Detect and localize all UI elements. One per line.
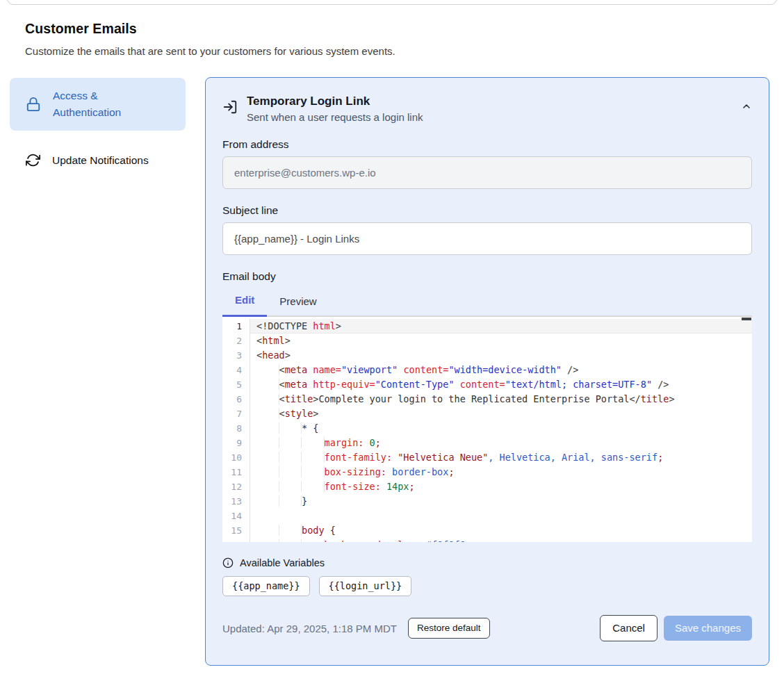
sidebar-item-label: Update Notifications xyxy=(52,154,149,167)
available-variables-label: Available Variables xyxy=(240,557,325,568)
chevron-up-icon xyxy=(741,101,752,112)
line-number: 4 xyxy=(222,363,250,377)
line-number: 3 xyxy=(222,348,250,363)
panel-header-text: Temporary Login Link Sent when a user re… xyxy=(247,95,423,123)
line-number: 7 xyxy=(222,407,250,421)
line-number: 8 xyxy=(222,421,250,436)
line-number: 13 xyxy=(222,494,250,509)
code-line[interactable]: 14 xyxy=(222,509,752,523)
code-line-content: <html> xyxy=(250,334,752,348)
code-line-content: <style> xyxy=(250,407,752,421)
code-line-content: } xyxy=(250,494,752,509)
sidebar: Access & Authentication Update Notificat… xyxy=(10,78,186,177)
code-line-content: <title>Complete your login to the Replic… xyxy=(250,392,752,407)
code-line[interactable]: 4 <meta name="viewport" content="width=d… xyxy=(222,363,752,377)
template-title: Temporary Login Link xyxy=(247,95,423,108)
code-line[interactable]: 7 <style> xyxy=(222,407,752,421)
code-line-content: margin: 0; xyxy=(250,436,752,450)
editor-scrollbar-thumb[interactable] xyxy=(742,318,751,320)
editor-tabs: Edit Preview xyxy=(222,290,752,317)
refresh-icon xyxy=(26,153,40,167)
line-number: 16 xyxy=(222,538,250,542)
sidebar-item-label: Access & Authentication xyxy=(53,88,145,121)
line-number: 15 xyxy=(222,523,250,538)
variable-chip[interactable]: {{login_url}} xyxy=(319,576,412,596)
code-line[interactable]: 6 <title>Complete your login to the Repl… xyxy=(222,392,752,407)
line-number: 10 xyxy=(222,450,250,465)
panel-footer: Updated: Apr 29, 2025, 1:18 PM MDT Resto… xyxy=(222,615,752,641)
line-number: 1 xyxy=(222,319,250,334)
code-line-content: <meta http-equiv="Content-Type" content=… xyxy=(250,377,752,392)
save-changes-button[interactable]: Save changes xyxy=(664,616,752,641)
page-header: Customer Emails Customize the emails tha… xyxy=(25,21,581,57)
collapse-button[interactable] xyxy=(741,100,752,114)
lock-icon xyxy=(26,97,41,112)
template-subtitle: Sent when a user requests a login link xyxy=(247,111,423,123)
variable-chips: {{app_name}}{{login_url}} xyxy=(222,576,752,596)
code-line[interactable]: 9 margin: 0; xyxy=(222,436,752,450)
variable-chip[interactable]: {{app_name}} xyxy=(222,576,310,596)
email-body-label: Email body xyxy=(222,270,752,283)
info-icon xyxy=(222,557,234,568)
line-number: 5 xyxy=(222,377,250,392)
line-number: 12 xyxy=(222,479,250,494)
available-variables-row: Available Variables xyxy=(222,557,752,568)
line-number: 6 xyxy=(222,392,250,407)
login-icon xyxy=(222,99,238,123)
code-line-content: font-family: "Helvetica Neue", Helvetica… xyxy=(250,450,752,465)
subject-line-input[interactable] xyxy=(222,222,752,255)
code-line-content xyxy=(250,509,752,523)
code-line[interactable]: 13 } xyxy=(222,494,752,509)
code-line[interactable]: 5 <meta http-equiv="Content-Type" conten… xyxy=(222,377,752,392)
code-editor[interactable]: 1<!DOCTYPE html>2<html>3<head>4 <meta na… xyxy=(222,317,752,542)
code-line-content: <meta name="viewport" content="width=dev… xyxy=(250,363,752,377)
subject-line-label: Subject line xyxy=(222,204,752,217)
code-line-content: <head> xyxy=(250,348,752,363)
cancel-button[interactable]: Cancel xyxy=(600,615,658,641)
code-line-content: box-sizing: border-box; xyxy=(250,465,752,479)
code-line[interactable]: 16 background-color: #f8f8f8; xyxy=(222,538,752,542)
code-editor-lines: 1<!DOCTYPE html>2<html>3<head>4 <meta na… xyxy=(222,317,752,542)
code-line-content: font-size: 14px; xyxy=(250,479,752,494)
sidebar-item-update-notifications[interactable]: Update Notifications xyxy=(10,143,186,177)
code-line-content: background-color: #f8f8f8; xyxy=(250,538,752,542)
code-line-content: body { xyxy=(250,523,752,538)
code-line[interactable]: 1<!DOCTYPE html> xyxy=(222,319,752,334)
tab-edit[interactable]: Edit xyxy=(222,290,267,317)
code-line[interactable]: 8 * { xyxy=(222,421,752,436)
tab-preview[interactable]: Preview xyxy=(267,290,329,317)
sidebar-item-access-authentication[interactable]: Access & Authentication xyxy=(10,78,186,131)
code-line[interactable]: 11 box-sizing: border-box; xyxy=(222,465,752,479)
from-address-input[interactable] xyxy=(222,156,752,189)
line-number: 2 xyxy=(222,334,250,348)
code-line-content: * { xyxy=(250,421,752,436)
code-line[interactable]: 10 font-family: "Helvetica Neue", Helvet… xyxy=(222,450,752,465)
code-line[interactable]: 3<head> xyxy=(222,348,752,363)
line-number: 14 xyxy=(222,509,250,523)
from-address-label: From address xyxy=(222,138,752,151)
page-title: Customer Emails xyxy=(25,21,581,37)
code-line[interactable]: 15 body { xyxy=(222,523,752,538)
code-line-content: <!DOCTYPE html> xyxy=(250,319,752,334)
updated-timestamp: Updated: Apr 29, 2025, 1:18 PM MDT xyxy=(222,623,397,634)
email-template-panel: Temporary Login Link Sent when a user re… xyxy=(205,77,769,666)
code-line[interactable]: 12 font-size: 14px; xyxy=(222,479,752,494)
line-number: 9 xyxy=(222,436,250,450)
previous-section-edge xyxy=(7,0,777,5)
line-number: 11 xyxy=(222,465,250,479)
code-line[interactable]: 2<html> xyxy=(222,334,752,348)
page-description: Customize the emails that are sent to yo… xyxy=(25,45,581,57)
restore-default-button[interactable]: Restore default xyxy=(408,618,490,639)
panel-header: Temporary Login Link Sent when a user re… xyxy=(222,95,752,123)
